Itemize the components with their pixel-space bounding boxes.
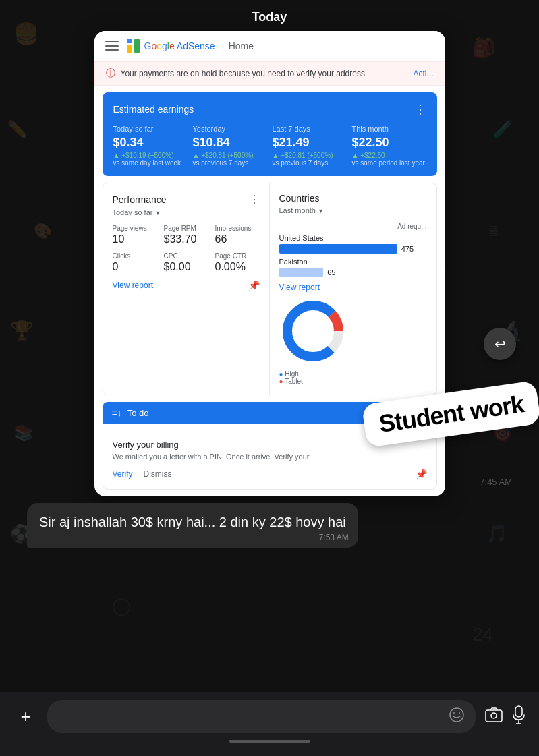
verify-buttons: Verify Dismiss [113,469,172,479]
earnings-today-value: $0.34 [113,136,188,150]
earnings-today: Today so far $0.34 ▲ +$10.19 (+500%) vs … [113,125,188,167]
alert-banner: ⓘ Your payments are on hold because you … [94,61,445,86]
earnings-more-icon[interactable]: ⋮ [414,102,426,117]
metric-impressions: Impressions 66 [215,225,260,245]
svg-point-26 [491,713,497,718]
adsense-logo-text: Google AdSense [144,40,215,51]
metric-ctr: Page CTR 0.00% [215,252,260,273]
google-adsense-logo-icon [125,38,142,54]
bookmark-icon: 📌 [416,469,427,479]
ad-req-label: Ad requ... [279,223,427,230]
bottom-bar: + [0,692,539,756]
verify-actions: Verify Dismiss 📌 [113,469,427,479]
hamburger-icon[interactable] [105,41,119,51]
chat-header: Today [0,0,539,31]
perf-more-icon[interactable]: ⋮ [249,193,260,206]
share-icon: ↩ [494,336,506,352]
alert-icon: ⓘ [106,67,115,80]
svg-rect-17 [134,39,140,53]
adsense-header: Google AdSense Home [94,31,445,61]
svg-point-23 [453,712,455,714]
nav-home-label[interactable]: Home [229,40,254,51]
countries-view-report[interactable]: View report [279,283,427,292]
perf-subtitle: Today so far ▼ [113,208,260,216]
svg-rect-25 [486,710,502,722]
earnings-today-label: Today so far [113,125,188,133]
pin-icon: 📌 [248,280,260,291]
share-button[interactable]: ↩ [484,328,516,360]
earnings-7days-value: $21.49 [273,136,347,150]
earnings-month-change: ▲ +$22.50 vs same period last year [352,152,426,167]
camera-button[interactable] [485,707,503,726]
screenshot-container: Google AdSense Home ⓘ Your payments are … [13,31,526,496]
earnings-card: Estimated earnings ⋮ Today so far $0.34 … [103,92,437,176]
earnings-title: Estimated earnings [113,104,194,115]
earnings-month-label: This month [352,125,426,133]
pk-bar [279,268,324,277]
svg-point-14 [113,599,130,615]
todo-icon: ≡↓ [112,407,122,418]
metric-rpm: Page RPM $33.70 [164,225,208,245]
earnings-7days-change: ▲ +$20.81 (+500%) vs previous 7 days [273,152,347,167]
message-bubble: Sir aj inshallah 30$ krny hai... 2 din k… [27,503,358,548]
svg-rect-16 [127,45,132,53]
message-container: Sir aj inshallah 30$ krny hai... 2 din k… [13,496,526,554]
metric-pageviews: Page views 10 [113,225,157,245]
donut-chart: ● High ● Tablet [279,297,427,385]
earnings-7days-label: Last 7 days [273,125,347,133]
alert-text: Your payments are on hold because you ne… [121,69,408,78]
perf-view-report[interactable]: View report [113,281,153,290]
earnings-yesterday: Yesterday $10.84 ▲ +$20.81 (+500%) vs pr… [193,125,267,167]
country-pk-row: Pakistan 65 [279,258,427,277]
two-col-section: Performance ⋮ Today so far ▼ Page views … [103,183,437,395]
message-input[interactable] [47,700,476,733]
earnings-yesterday-label: Yesterday [193,125,267,133]
svg-rect-22 [450,708,463,722]
svg-rect-18 [127,39,132,43]
mic-button[interactable] [512,705,526,728]
earnings-header: Estimated earnings ⋮ [113,102,426,117]
metric-cpc: CPC $0.00 [164,252,208,273]
dismiss-button[interactable]: Dismiss [144,469,172,479]
earnings-month-value: $22.50 [352,136,426,150]
alert-action[interactable]: Acti... [413,69,433,78]
svg-point-24 [459,712,460,714]
home-indicator [229,740,310,743]
message-text: Sir aj inshallah 30$ krny hai... 2 din k… [39,513,346,531]
message-time: 7:53 AM [319,533,349,542]
metric-clicks: Clicks 0 [113,252,157,273]
perf-card-header: Performance ⋮ [113,193,260,206]
earnings-yesterday-value: $10.84 [193,136,267,150]
earnings-7days: Last 7 days $21.49 ▲ +$20.81 (+500%) vs … [273,125,347,167]
verify-desc: We mailed you a letter with a PIN. Once … [113,453,427,461]
countries-subtitle: Last month ▼ [279,206,427,214]
main-content: Google AdSense Home ⓘ Your payments are … [0,31,539,554]
countries-title: Countries [279,193,320,204]
sticker-input-icon [449,707,465,726]
todo-label: To do [127,408,149,418]
perf-metrics: Page views 10 Page RPM $33.70 Impression… [113,225,260,273]
country-us-row: United States 475 [279,234,427,254]
verify-button[interactable]: Verify [113,469,133,479]
screenshot-timestamp: 7:45 AM [480,477,512,487]
header-title: Today [252,10,287,24]
earnings-yesterday-change: ▲ +$20.81 (+500%) vs previous 7 days [193,152,267,167]
perf-title: Performance [113,194,167,205]
countries-card: Countries Last month ▼ Ad requ... United… [270,183,437,395]
earnings-month: This month $22.50 ▲ +$22.50 vs same peri… [352,125,426,167]
input-row: + [13,700,526,733]
countries-card-header: Countries [279,193,427,204]
svg-rect-27 [515,706,522,717]
performance-card: Performance ⋮ Today so far ▼ Page views … [103,183,270,395]
earnings-grid: Today so far $0.34 ▲ +$10.19 (+500%) vs … [113,125,426,167]
earnings-today-change: ▲ +$10.19 (+500%) vs same day last week [113,152,188,167]
plus-button[interactable]: + [13,706,38,727]
adsense-logo: Google AdSense [125,38,215,54]
us-bar [279,244,397,254]
svg-text:24: 24 [472,624,493,645]
